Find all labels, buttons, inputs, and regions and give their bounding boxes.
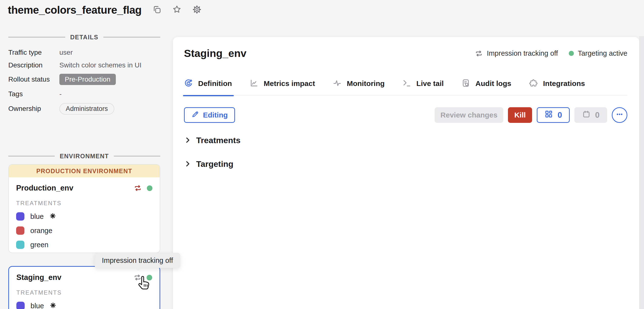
environment-toolbar: Editing Review changes Kill 0 xyxy=(184,107,628,123)
treatment-name: blue xyxy=(30,212,44,220)
environment-heading: ENVIRONMENT xyxy=(8,153,160,160)
favorite-button[interactable] xyxy=(172,5,182,16)
green-dot-icon xyxy=(569,51,574,56)
ownership-chip[interactable]: Administrators xyxy=(59,103,114,114)
treatments-section-label: Treatments xyxy=(196,136,240,145)
detail-value: user xyxy=(59,48,72,56)
detail-value: - xyxy=(59,90,62,98)
environment-status-group: Impression tracking off Targeting active xyxy=(475,49,628,58)
treatment-row-green: green xyxy=(16,240,152,249)
impression-tracking-tooltip: Impression tracking off xyxy=(94,253,180,268)
puzzle-icon xyxy=(529,78,538,89)
detail-label: Rollout status xyxy=(8,76,59,83)
environment-tabs: Definition Metrics impact Monitoring xyxy=(184,78,628,96)
line-chart-icon xyxy=(250,78,259,89)
details-panel: DETAILS Traffic type user Description Sw… xyxy=(8,34,160,116)
schedule-count-button[interactable]: 0 xyxy=(574,107,607,123)
targeting-status-label: Targeting active xyxy=(578,49,628,58)
target-dart-icon xyxy=(184,78,193,89)
tab-audit-logs[interactable]: Audit logs xyxy=(461,78,511,89)
tab-definition[interactable]: Definition xyxy=(184,78,232,89)
chevron-right-icon xyxy=(184,136,191,144)
detail-label: Tags xyxy=(8,90,59,98)
tab-metrics-impact[interactable]: Metrics impact xyxy=(250,78,315,89)
terminal-icon xyxy=(402,78,412,89)
tab-integrations[interactable]: Integrations xyxy=(529,78,585,89)
kill-button[interactable]: Kill xyxy=(508,107,532,123)
detail-row-tags: Tags - xyxy=(8,87,160,101)
page-title: theme_colors_feature_flag xyxy=(8,4,142,16)
impression-status-label: Impression tracking off xyxy=(487,49,558,58)
detail-row-ownership: Ownership Administrators xyxy=(8,101,160,116)
schedule-count: 0 xyxy=(595,110,600,120)
settings-button[interactable] xyxy=(192,5,202,16)
environment-heading-label: ENVIRONMENT xyxy=(60,153,109,160)
detail-label: Traffic type xyxy=(8,48,59,56)
copy-icon xyxy=(152,5,162,16)
calendar-icon xyxy=(582,110,591,120)
page-header: theme_colors_feature_flag xyxy=(8,4,202,16)
scrollbar-track[interactable] xyxy=(639,36,644,309)
tab-monitoring[interactable]: Monitoring xyxy=(332,78,384,89)
treatment-row-blue: blue xyxy=(16,302,152,309)
treatment-row-blue: blue xyxy=(16,212,152,221)
copy-name-button[interactable] xyxy=(152,5,162,16)
tooltip-text: Impression tracking off xyxy=(102,256,173,264)
pencil-icon xyxy=(191,110,199,120)
detail-label: Description xyxy=(8,61,59,69)
ellipsis-icon xyxy=(616,110,624,120)
rollout-status-badge: Pre-Production xyxy=(59,74,116,85)
detail-value: Switch color schemes in UI xyxy=(59,61,142,69)
staging-card-body: Staging_env TREATMENTS blue xyxy=(9,267,160,309)
treatment-name: green xyxy=(30,241,48,249)
divider xyxy=(103,37,160,37)
environment-card-production[interactable]: PRODUCTION ENVIRONMENT Production_env TR… xyxy=(8,164,160,253)
swap-arrows-icon xyxy=(475,49,483,58)
targeting-status: Targeting active xyxy=(569,49,628,58)
details-heading: DETAILS xyxy=(8,34,160,40)
editing-label: Editing xyxy=(203,111,228,119)
details-heading-label: DETAILS xyxy=(70,34,98,41)
kill-label: Kill xyxy=(514,111,526,119)
divider xyxy=(8,156,55,156)
production-card-body: Production_env TREATMENTS blue orange xyxy=(9,177,160,253)
treatments-heading: TREATMENTS xyxy=(16,200,152,207)
environment-status-dot xyxy=(147,186,152,191)
chevron-right-icon xyxy=(184,160,191,168)
tab-label: Audit logs xyxy=(476,80,511,88)
page-title-actions xyxy=(152,5,202,16)
impression-tracking-status: Impression tracking off xyxy=(475,49,558,58)
detail-row-traffic-type: Traffic type user xyxy=(8,46,160,58)
environment-name: Production_env xyxy=(16,184,73,192)
tab-label: Metrics impact xyxy=(264,80,315,88)
treatments-section-toggle[interactable]: Treatments xyxy=(184,136,628,145)
whiteboard-count: 0 xyxy=(558,110,562,120)
app-window: theme_colors_feature_flag xyxy=(0,0,644,309)
environment-detail-panel: Staging_env Impression tracking off Targ… xyxy=(173,37,639,309)
targeting-section-toggle[interactable]: Targeting xyxy=(184,159,628,169)
star-icon xyxy=(172,5,182,16)
targeting-section-label: Targeting xyxy=(196,159,233,169)
gear-icon xyxy=(192,5,202,16)
review-changes-label: Review changes xyxy=(440,111,498,119)
treatment-name: blue xyxy=(30,302,44,309)
tab-live-tail[interactable]: Live tail xyxy=(402,78,444,89)
treatment-swatch xyxy=(16,302,25,309)
editing-button[interactable]: Editing xyxy=(184,107,235,123)
details-rows: Traffic type user Description Switch col… xyxy=(8,46,160,116)
tab-label: Monitoring xyxy=(347,80,384,88)
review-changes-button[interactable]: Review changes xyxy=(435,107,503,123)
divider xyxy=(114,156,160,156)
more-actions-button[interactable] xyxy=(612,107,628,123)
default-treatment-asterisk-icon xyxy=(50,302,56,309)
tab-label: Definition xyxy=(198,80,232,88)
whiteboard-count-button[interactable]: 0 xyxy=(537,107,570,123)
impression-tracking-icon[interactable] xyxy=(134,184,142,192)
detail-label: Ownership xyxy=(8,105,59,112)
pulse-icon xyxy=(332,78,342,89)
environment-name: Staging_env xyxy=(16,273,61,282)
detail-row-description: Description Switch color schemes in UI xyxy=(8,58,160,72)
environment-detail-header: Staging_env Impression tracking off Targ… xyxy=(184,48,628,59)
hand-pointer-cursor xyxy=(137,276,152,291)
divider xyxy=(8,37,65,37)
